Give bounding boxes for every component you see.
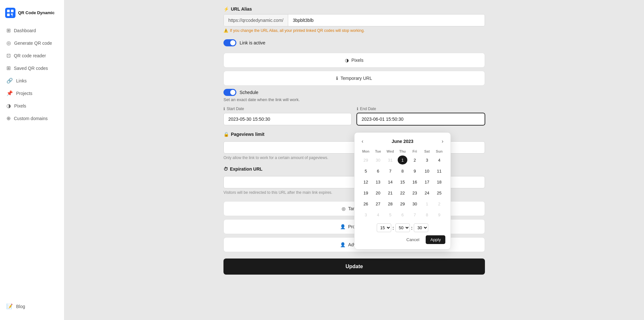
calendar-header: ‹ June 2023 › <box>360 138 445 145</box>
sidebar-blog-section: 📝 Blog <box>0 300 64 315</box>
cal-day-5[interactable]: 5 <box>360 165 372 176</box>
cal-day-21[interactable]: 21 <box>384 187 396 198</box>
cal-day-5-next[interactable]: 5 <box>384 209 396 220</box>
weekday-sun: Sun <box>433 148 445 155</box>
cal-day-7-next[interactable]: 7 <box>409 209 421 220</box>
cal-day-4[interactable]: 4 <box>433 155 445 165</box>
cal-day-9-next[interactable]: 9 <box>433 209 445 220</box>
cal-day-3-next[interactable]: 3 <box>360 209 372 220</box>
schedule-toggle[interactable] <box>223 89 236 96</box>
cal-day-29-prev[interactable]: 29 <box>360 155 372 165</box>
main-content: ⚡ URL Alias https://qrcodedynamic.com/ ⚠… <box>64 0 644 320</box>
end-date-field: ℹ End Date <box>357 107 485 125</box>
url-alias-icon: ⚡ <box>223 6 229 12</box>
custom-domains-icon: ⊕ <box>6 115 11 121</box>
sidebar-nav: ⊞ Dashboard ◎ Generate QR code ⊡ QR code… <box>0 24 64 124</box>
link-active-label: Link is active <box>240 40 265 45</box>
calendar-actions: Cancel Apply <box>360 235 445 244</box>
pixels-section-button[interactable]: ◑ Pixels <box>223 53 485 68</box>
cal-day-4-next[interactable]: 4 <box>372 209 384 220</box>
cal-day-19[interactable]: 19 <box>360 187 372 198</box>
cal-day-18[interactable]: 18 <box>433 176 445 187</box>
cal-day-6[interactable]: 6 <box>372 165 384 176</box>
cal-day-7[interactable]: 7 <box>384 165 396 176</box>
cal-day-16[interactable]: 16 <box>409 176 421 187</box>
cal-day-23[interactable]: 23 <box>409 187 421 198</box>
calendar-week-1: 29 30 31 1 2 3 4 <box>360 155 445 165</box>
logo-icon <box>5 8 15 18</box>
cal-next-button[interactable]: › <box>440 138 445 145</box>
calendar-week-3: 12 13 14 15 16 17 18 <box>360 176 445 187</box>
schedule-section: Schedule Set an exact date when the link… <box>223 89 485 125</box>
sidebar-item-generate-qr[interactable]: ◎ Generate QR code <box>3 37 62 49</box>
cal-day-30-prev[interactable]: 30 <box>372 155 384 165</box>
weekday-fri: Fri <box>409 148 421 155</box>
sidebar-item-label-projects: Projects <box>16 91 33 96</box>
logo[interactable]: QR Code Dynamic <box>0 5 64 24</box>
time-hour-select[interactable]: 15 <box>377 223 391 232</box>
sidebar-item-pixels[interactable]: ◑ Pixels <box>3 100 62 112</box>
url-alias-warning: ⚠️ If you change the URL Alias, all your… <box>223 28 485 33</box>
cal-day-3[interactable]: 3 <box>421 155 433 165</box>
sidebar-item-qr-reader[interactable]: ⊡ QR code reader <box>3 50 62 61</box>
cal-day-12[interactable]: 12 <box>360 176 372 187</box>
calendar-weekdays-row: Mon Tue Wed Thu Fri Sat Sun <box>360 148 445 155</box>
cal-day-22[interactable]: 22 <box>396 187 409 198</box>
cal-day-26[interactable]: 26 <box>360 198 372 209</box>
cal-day-11[interactable]: 11 <box>433 165 445 176</box>
cal-day-10[interactable]: 10 <box>421 165 433 176</box>
cal-day-8[interactable]: 8 <box>396 165 409 176</box>
cal-day-27[interactable]: 27 <box>372 198 384 209</box>
start-date-icon: ℹ <box>223 107 225 111</box>
pixels-section-icon: ◑ <box>345 58 349 63</box>
pixels-icon: ◑ <box>6 103 11 109</box>
cal-day-1[interactable]: 1 <box>396 155 409 165</box>
sidebar-item-label-custom-domains: Custom domains <box>14 116 48 121</box>
link-active-toggle[interactable] <box>223 39 236 46</box>
sidebar-item-dashboard[interactable]: ⊞ Dashboard <box>3 24 62 36</box>
cal-day-17[interactable]: 17 <box>421 176 433 187</box>
cal-day-29[interactable]: 29 <box>396 198 409 209</box>
start-date-input[interactable] <box>223 113 352 125</box>
sidebar-item-label-generate-qr: Generate QR code <box>14 41 52 46</box>
sidebar-item-links[interactable]: 🔗 Links <box>3 75 62 87</box>
cal-day-9[interactable]: 9 <box>409 165 421 176</box>
cal-day-25[interactable]: 25 <box>433 187 445 198</box>
cal-day-8-next[interactable]: 8 <box>421 209 433 220</box>
time-minute-select[interactable]: 50 <box>395 223 410 232</box>
calendar-apply-button[interactable]: Apply <box>426 235 445 244</box>
cal-day-24[interactable]: 24 <box>421 187 433 198</box>
update-button[interactable]: Update <box>223 259 485 275</box>
temporary-url-section-button[interactable]: ℹ Temporary URL <box>223 71 485 86</box>
cal-day-1-next[interactable]: 1 <box>421 198 433 209</box>
url-alias-input[interactable] <box>288 14 485 26</box>
cal-day-20[interactable]: 20 <box>372 187 384 198</box>
cal-prev-button[interactable]: ‹ <box>360 138 365 145</box>
calendar-cancel-button[interactable]: Cancel <box>402 235 423 244</box>
content-area: ⚡ URL Alias https://qrcodedynamic.com/ ⚠… <box>216 0 493 287</box>
cal-day-28[interactable]: 28 <box>384 198 396 209</box>
cal-day-6-next[interactable]: 6 <box>396 209 409 220</box>
sidebar-item-blog[interactable]: 📝 Blog <box>3 300 62 312</box>
cal-day-15[interactable]: 15 <box>396 176 409 187</box>
end-date-input[interactable] <box>357 113 485 125</box>
cal-day-30[interactable]: 30 <box>409 198 421 209</box>
svg-rect-2 <box>11 10 14 12</box>
calendar-week-2: 5 6 7 8 9 10 11 <box>360 165 445 176</box>
cal-day-31-prev[interactable]: 31 <box>384 155 396 165</box>
time-second-select[interactable]: 30 <box>414 223 428 232</box>
calendar-week-4: 19 20 21 22 23 24 25 <box>360 187 445 198</box>
date-row: ℹ Start Date ℹ End Date ‹ Ju <box>223 107 485 125</box>
schedule-header: Schedule <box>223 89 485 96</box>
sidebar-item-custom-domains[interactable]: ⊕ Custom domains <box>3 112 62 124</box>
cal-day-2-next[interactable]: 2 <box>433 198 445 209</box>
generate-qr-icon: ◎ <box>6 40 11 46</box>
url-alias-label: ⚡ URL Alias <box>223 6 485 12</box>
url-alias-row: https://qrcodedynamic.com/ <box>223 14 485 26</box>
sidebar-item-projects[interactable]: 📌 Projects <box>3 87 62 99</box>
cal-day-14[interactable]: 14 <box>384 176 396 187</box>
sidebar-item-saved-qr[interactable]: ⊞ Saved QR codes <box>3 62 62 74</box>
cal-day-2[interactable]: 2 <box>409 155 421 165</box>
cal-day-13[interactable]: 13 <box>372 176 384 187</box>
links-icon: 🔗 <box>6 78 13 84</box>
